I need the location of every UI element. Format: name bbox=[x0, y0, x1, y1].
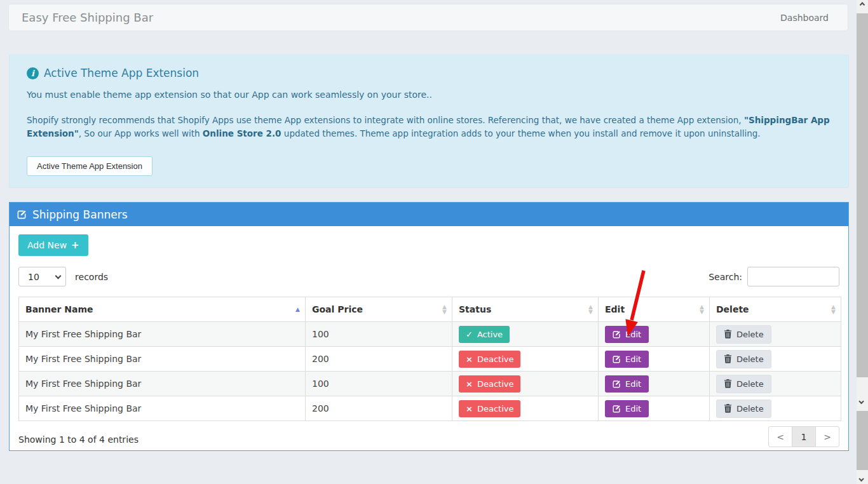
scroll-down-button[interactable] bbox=[857, 473, 868, 484]
shipping-banners-panel: Shipping Banners Add New + 10 records Se… bbox=[9, 202, 849, 451]
info-body-part2: , So our App works well with bbox=[79, 128, 203, 138]
edit-button[interactable]: Edit bbox=[605, 375, 649, 393]
info-body-text: Shopify strongly recommends that Shopify… bbox=[27, 114, 831, 140]
column-header-status[interactable]: Status bbox=[452, 297, 599, 322]
edit-button[interactable]: Edit bbox=[605, 351, 649, 368]
sort-icon bbox=[442, 304, 447, 314]
column-header-banner-name[interactable]: Banner Name bbox=[19, 297, 306, 322]
cross-icon: × bbox=[466, 380, 473, 388]
info-intro-text: You must enable theme app extension so t… bbox=[27, 90, 831, 100]
column-label: Delete bbox=[716, 304, 749, 314]
delete-label: Delete bbox=[736, 330, 764, 339]
page-title: Easy Free Shipping Bar bbox=[22, 11, 153, 24]
chevron-down-icon bbox=[858, 476, 864, 481]
scrollbar-thumb[interactable] bbox=[857, 411, 868, 470]
chevron-down-icon bbox=[858, 398, 864, 403]
scroll-down-button[interactable] bbox=[857, 396, 868, 407]
status-label: Deactive bbox=[477, 354, 514, 364]
column-header-delete[interactable]: Delete bbox=[710, 297, 841, 322]
records-length-select[interactable]: 10 bbox=[18, 267, 66, 286]
scroll-up-button[interactable] bbox=[857, 0, 868, 11]
table-row: My First Free Shipping Bar 100 ✓Active E… bbox=[19, 322, 841, 347]
edit-label: Edit bbox=[625, 404, 641, 413]
table-row: My First Free Shipping Bar 100 ×Deactive… bbox=[19, 372, 841, 396]
banner-name-cell: My First Free Shipping Bar bbox=[19, 347, 306, 372]
edit-square-icon bbox=[613, 330, 621, 339]
cross-icon: × bbox=[466, 405, 473, 413]
status-label: Deactive bbox=[477, 404, 514, 413]
delete-button[interactable]: Delete bbox=[716, 400, 771, 418]
trash-icon bbox=[724, 379, 732, 388]
edit-square-icon bbox=[613, 405, 621, 413]
info-body-part1: Shopify strongly recommends that Shopify… bbox=[27, 115, 744, 125]
search-label: Search: bbox=[709, 272, 742, 282]
sort-ascending-icon bbox=[295, 307, 300, 312]
app-header-bar: Easy Free Shipping Bar Dashboard bbox=[8, 4, 848, 31]
delete-button[interactable]: Delete bbox=[716, 375, 771, 393]
pagination-next-button[interactable]: > bbox=[815, 426, 839, 447]
goal-price-cell: 200 bbox=[306, 347, 452, 372]
edit-label: Edit bbox=[625, 330, 641, 339]
banner-name-cell: My First Free Shipping Bar bbox=[19, 372, 306, 396]
edit-square-icon bbox=[613, 355, 621, 363]
delete-label: Delete bbox=[736, 354, 764, 364]
info-icon bbox=[27, 67, 39, 79]
table-row: My First Free Shipping Bar 200 ×Deactive… bbox=[19, 347, 841, 372]
delete-button[interactable]: Delete bbox=[716, 325, 771, 344]
status-badge-deactive[interactable]: ×Deactive bbox=[459, 400, 520, 417]
vertical-scrollbar bbox=[857, 0, 868, 484]
edit-button[interactable]: Edit bbox=[605, 400, 649, 417]
info-panel-heading: Active Theme App Extension bbox=[44, 67, 199, 79]
delete-button[interactable]: Delete bbox=[716, 350, 771, 368]
edit-button[interactable]: Edit bbox=[605, 326, 649, 343]
delete-label: Delete bbox=[736, 404, 764, 413]
pagination-prev-button[interactable]: < bbox=[768, 426, 792, 447]
table-summary: Showing 1 to 4 of 4 entries bbox=[18, 434, 839, 445]
status-badge-deactive[interactable]: ×Deactive bbox=[459, 351, 520, 368]
records-label: records bbox=[75, 272, 108, 282]
pagination-page-1-button[interactable]: 1 bbox=[792, 426, 816, 447]
table-row: My First Free Shipping Bar 200 ×Deactive… bbox=[19, 396, 841, 421]
add-new-button[interactable]: Add New + bbox=[18, 234, 88, 256]
info-body-part3: updated themes. Theme app integration ad… bbox=[281, 128, 761, 138]
edit-label: Edit bbox=[625, 354, 641, 364]
cross-icon: × bbox=[466, 355, 473, 363]
chevron-up-icon bbox=[860, 2, 865, 7]
goal-price-cell: 100 bbox=[306, 322, 452, 347]
goal-price-cell: 100 bbox=[306, 372, 452, 396]
status-label: Deactive bbox=[477, 379, 514, 389]
nav-dashboard-link[interactable]: Dashboard bbox=[780, 13, 829, 23]
column-header-goal-price[interactable]: Goal Price bbox=[306, 297, 452, 322]
edit-square-icon bbox=[613, 380, 621, 388]
trash-icon bbox=[724, 354, 732, 363]
info-body-bold-online-store: Online Store 2.0 bbox=[203, 128, 281, 138]
column-label: Goal Price bbox=[312, 304, 363, 314]
active-theme-app-extension-button[interactable]: Active Theme App Extension bbox=[27, 156, 153, 176]
column-label: Banner Name bbox=[25, 304, 93, 314]
table-header-row: Banner Name Goal Price Status Edit bbox=[19, 297, 841, 322]
trash-icon bbox=[724, 404, 732, 413]
status-badge-deactive[interactable]: ×Deactive bbox=[459, 375, 520, 393]
theme-extension-info-panel: Active Theme App Extension You must enab… bbox=[9, 55, 849, 188]
banner-name-cell: My First Free Shipping Bar bbox=[19, 322, 306, 347]
plus-icon: + bbox=[71, 239, 79, 251]
sort-icon bbox=[588, 304, 593, 314]
add-new-label: Add New bbox=[27, 240, 67, 250]
column-label: Edit bbox=[605, 304, 625, 314]
panel-title: Shipping Banners bbox=[32, 208, 128, 221]
status-label: Active bbox=[477, 330, 503, 339]
check-icon: ✓ bbox=[466, 330, 473, 339]
edit-label: Edit bbox=[625, 379, 641, 389]
scrollbar-thumb[interactable] bbox=[857, 13, 868, 377]
status-badge-active[interactable]: ✓Active bbox=[459, 326, 510, 343]
edit-square-icon bbox=[17, 210, 27, 219]
banners-table: Banner Name Goal Price Status Edit bbox=[18, 297, 841, 421]
delete-label: Delete bbox=[736, 379, 764, 389]
column-label: Status bbox=[459, 304, 491, 314]
shipping-banners-body: Add New + 10 records Search: bbox=[10, 226, 848, 450]
column-header-edit[interactable]: Edit bbox=[599, 297, 710, 322]
search-input[interactable] bbox=[747, 267, 839, 286]
sort-icon bbox=[831, 304, 836, 314]
banner-name-cell: My First Free Shipping Bar bbox=[19, 396, 306, 421]
shipping-banners-header: Shipping Banners bbox=[10, 203, 848, 226]
